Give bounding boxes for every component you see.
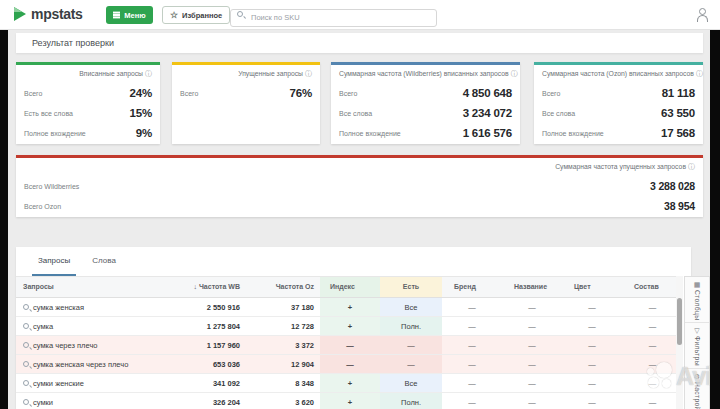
mpstats-logo[interactable]: mpstats	[14, 6, 83, 22]
page-title-bar: Результат проверки	[16, 33, 703, 53]
queries-table: Запросы ↓ Частота WB Частота Oz Индекс Е…	[16, 276, 683, 409]
table-row[interactable]: сумка 1 275 804 12 728 + Полн. — — — —	[16, 317, 683, 336]
search-icon	[237, 11, 243, 17]
wb-frequency-value: 1 275 804	[166, 317, 246, 336]
card-missed-frequency: Суммарная частота упущенных запросов Все…	[16, 155, 703, 217]
color-value: —	[562, 355, 622, 374]
wb-frequency-value: 341 092	[166, 374, 246, 393]
page-title: Результат проверки	[16, 33, 703, 53]
settings-icon: ⚙	[694, 373, 700, 380]
est-value: Все	[380, 298, 442, 317]
composition-value: —	[622, 355, 683, 374]
name-value: —	[502, 336, 562, 355]
columns-settings-button[interactable]: ▦ Столбцы	[685, 277, 709, 323]
col-header-est[interactable]: Есть	[380, 277, 442, 297]
hamburger-icon	[113, 14, 120, 15]
index-value: +	[320, 317, 380, 336]
settings-button[interactable]: ⚙ Настройки	[685, 369, 709, 409]
search-icon[interactable]	[23, 342, 29, 348]
oz-frequency-value: 12 728	[246, 317, 320, 336]
info-icon[interactable]	[305, 69, 312, 79]
top-navbar: mpstats Меню ☆ Избранное	[0, 0, 720, 30]
name-value: —	[502, 317, 562, 336]
tab-queries[interactable]: Запросы	[32, 254, 76, 276]
table-row[interactable]: сумки 326 204 3 620 + Полн. — — — —	[16, 393, 683, 409]
search-icon[interactable]	[23, 361, 29, 367]
wb-frequency-value: 326 204	[166, 393, 246, 409]
col-header-oz-frequency[interactable]: Частота Oz	[246, 277, 320, 297]
table-row-highlighted[interactable]: сумка женская через плечо 653 036 12 904…	[16, 355, 683, 374]
brand-value: —	[442, 336, 502, 355]
est-value: Полн.	[380, 393, 442, 409]
sku-search-input[interactable]	[230, 9, 437, 27]
card-inscribed-queries: Вписанные запросы Всего24% Есть все слов…	[16, 62, 160, 144]
search-icon[interactable]	[23, 380, 29, 386]
stat-value: 4 850 648	[463, 87, 512, 99]
filter-icon: ▽	[694, 327, 699, 334]
wb-frequency-value: 653 036	[166, 355, 246, 374]
info-icon[interactable]	[696, 69, 703, 79]
query-text: сумка женская через плечо	[33, 355, 128, 374]
info-icon[interactable]	[688, 162, 695, 172]
col-header-brand[interactable]: Бренд	[442, 277, 502, 297]
brand-value: —	[442, 317, 502, 336]
mpstats-logo-icon	[14, 7, 26, 21]
tab-words[interactable]: Слова	[86, 254, 122, 276]
wb-frequency-value: 2 550 916	[166, 298, 246, 317]
composition-value: —	[622, 393, 683, 409]
composition-value: —	[622, 374, 683, 393]
menu-button[interactable]: Меню	[106, 6, 153, 24]
index-value: +	[320, 393, 380, 409]
name-value: —	[502, 393, 562, 409]
composition-value: —	[622, 336, 683, 355]
composition-value: —	[622, 298, 683, 317]
sku-search	[230, 6, 437, 24]
info-icon[interactable]	[511, 69, 518, 79]
table-header-row: Запросы ↓ Частота WB Частота Oz Индекс Е…	[16, 276, 683, 298]
est-value: Все	[380, 374, 442, 393]
col-header-color[interactable]: Цвет	[562, 277, 622, 297]
vertical-scrollbar[interactable]	[676, 276, 683, 409]
query-text: сумка	[33, 317, 53, 336]
index-value: +	[320, 298, 380, 317]
index-value: —	[320, 336, 380, 355]
stat-value: 1 616 576	[463, 127, 512, 139]
col-header-wb-frequency[interactable]: ↓ Частота WB	[166, 277, 246, 297]
stat-value: 3 288 028	[650, 180, 695, 192]
oz-frequency-value: 8 348	[246, 374, 320, 393]
est-value: —	[380, 336, 442, 355]
search-icon[interactable]	[23, 323, 29, 329]
col-header-index[interactable]: Индекс	[320, 277, 380, 297]
account-icon[interactable]	[696, 8, 708, 21]
oz-frequency-value: 12 904	[246, 355, 320, 374]
col-header-name[interactable]: Название	[502, 277, 562, 297]
brand-value: —	[442, 298, 502, 317]
table-row[interactable]: сумка женская 2 550 916 37 180 + Все — —…	[16, 298, 683, 317]
table-row[interactable]: сумки женские 341 092 8 348 + Все — — — …	[16, 374, 683, 393]
app-frame: mpstats Меню ☆ Избранное Результат прове…	[0, 0, 720, 409]
col-header-queries[interactable]: Запросы	[16, 277, 166, 297]
composition-value: —	[622, 317, 683, 336]
stat-value: 38 954	[664, 200, 695, 212]
filters-button[interactable]: ▽ Фильтры	[685, 323, 709, 369]
table-row-highlighted[interactable]: сумка через плечо 1 157 960 3 372 — — — …	[16, 336, 683, 355]
stat-value: 9%	[136, 127, 152, 139]
query-text: сумка женская	[33, 298, 84, 317]
columns-icon: ▦	[694, 281, 701, 288]
est-value: —	[380, 355, 442, 374]
info-icon[interactable]	[145, 69, 152, 79]
search-icon[interactable]	[23, 399, 29, 405]
scrollbar-thumb[interactable]	[677, 298, 682, 345]
query-text: сумки женские	[33, 374, 84, 393]
page-content: Результат проверки Вписанные запросы Все…	[8, 30, 710, 409]
stat-value: 17 568	[661, 127, 695, 139]
est-value: Полн.	[380, 317, 442, 336]
index-value: +	[320, 374, 380, 393]
tab-bar: Запросы Слова	[16, 247, 691, 276]
stat-value: 24%	[130, 87, 152, 99]
oz-frequency-value: 3 620	[246, 393, 320, 409]
queries-panel: Запросы Слова Запросы ↓ Частота WB Часто…	[16, 247, 691, 409]
col-header-composition[interactable]: Состав	[622, 277, 683, 297]
search-icon[interactable]	[23, 304, 29, 310]
favorites-button[interactable]: ☆ Избранное	[162, 6, 230, 24]
